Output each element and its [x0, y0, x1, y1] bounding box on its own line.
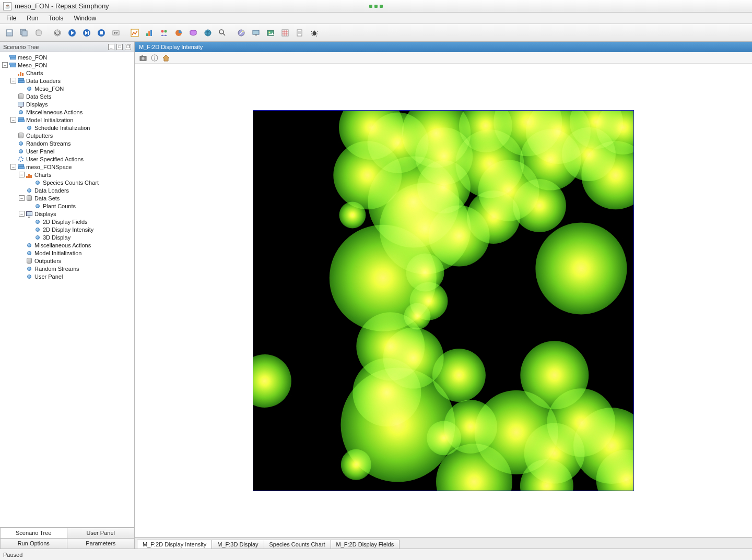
tree-node[interactable]: Schedule Initialization	[0, 124, 134, 132]
tree-node[interactable]: User Panel	[0, 147, 134, 155]
display-canvas-area[interactable]	[135, 64, 752, 537]
tree-node[interactable]: Data Sets	[0, 92, 134, 100]
tree-node[interactable]: Outputters	[0, 257, 134, 265]
page-button[interactable]	[293, 27, 306, 39]
tree-node-label: User Panel	[26, 148, 54, 154]
home-icon[interactable]	[162, 54, 170, 62]
tree-node[interactable]: Model Initialization	[0, 249, 134, 257]
database-button[interactable]	[32, 27, 45, 39]
dot-icon	[34, 218, 41, 225]
tree-node-label: Data Sets	[34, 195, 60, 201]
scenario-tree[interactable]: meso_FON−Meso_FONCharts−Data LoadersMeso…	[0, 52, 134, 527]
tree-node[interactable]: meso_FON	[0, 53, 134, 61]
tab-user-panel[interactable]: User Panel	[67, 528, 135, 539]
tree-node[interactable]: −Data Sets	[0, 194, 134, 202]
tree-spacer	[19, 258, 25, 264]
tree-node[interactable]: Miscellaneous Actions	[0, 241, 134, 249]
tree-node[interactable]: Miscellaneous Actions	[0, 108, 134, 116]
panel-maximize-icon[interactable]: □	[116, 44, 123, 50]
reset-button[interactable]	[51, 27, 64, 39]
bug-button[interactable]	[308, 27, 321, 39]
tree-node[interactable]: Species Counts Chart	[0, 178, 134, 186]
tab-parameters[interactable]: Parameters	[67, 538, 135, 549]
display-tab[interactable]: M_F:2D Display Fields	[331, 540, 400, 549]
tree-collapse-icon[interactable]: −	[19, 172, 25, 177]
tree-node[interactable]: Random Streams	[0, 265, 134, 272]
scenario-panel-title: Scenario Tree	[3, 44, 39, 50]
tree-node[interactable]: −Displays	[0, 210, 134, 218]
wizard-button[interactable]	[235, 27, 248, 39]
tree-node-label: Displays	[34, 211, 56, 217]
tree-node[interactable]: Charts	[0, 69, 134, 77]
2d-intensity-canvas[interactable]	[253, 110, 634, 491]
globe-button[interactable]	[202, 27, 214, 39]
tree-spacer	[27, 219, 33, 224]
pie-button[interactable]	[172, 27, 185, 39]
tree-node[interactable]: 2D Display Intensity	[0, 225, 134, 233]
play-button[interactable]	[66, 27, 78, 39]
tree-node[interactable]: Meso_FON	[0, 85, 134, 92]
tree-collapse-icon[interactable]: −	[10, 117, 16, 123]
tree-node-label: Model Initialization	[26, 117, 74, 123]
zoom-button[interactable]	[216, 27, 229, 39]
loop-button[interactable]	[95, 27, 108, 39]
tree-node[interactable]: −meso_FONSpace	[0, 163, 134, 171]
info-icon[interactable]: i	[150, 54, 159, 62]
save-button[interactable]	[3, 27, 16, 39]
panel-restore-icon[interactable]: ❐	[125, 44, 131, 50]
svg-rect-25	[255, 34, 257, 35]
tree-node[interactable]: Displays	[0, 100, 134, 108]
layers-icon	[9, 54, 16, 61]
tree-node-label: Species Counts Chart	[43, 180, 99, 186]
grid-button[interactable]	[279, 27, 291, 39]
display-tab[interactable]: Species Counts Chart	[264, 540, 331, 549]
tab-scenario-tree[interactable]: Scenario Tree	[0, 528, 67, 539]
tree-node-label: Outputters	[26, 133, 53, 139]
tree-collapse-icon[interactable]: −	[19, 211, 25, 217]
camera-icon[interactable]	[139, 54, 147, 62]
tree-collapse-icon[interactable]: −	[2, 62, 8, 68]
dot-icon	[17, 109, 25, 116]
menu-tools[interactable]: Tools	[44, 14, 67, 23]
panel-minimize-icon[interactable]: _	[108, 44, 114, 50]
tree-spacer	[27, 227, 33, 232]
tree-node[interactable]: −Meso_FON	[0, 61, 134, 69]
display-tab[interactable]: M_F:2D Display Intensity	[137, 540, 212, 549]
tree-node[interactable]: Data Loaders	[0, 186, 134, 194]
tree-spacer	[10, 109, 16, 115]
tree-node[interactable]: 3D Display	[0, 233, 134, 241]
save-all-button[interactable]	[18, 27, 30, 39]
display-tab[interactable]: M_F:3D Display	[212, 540, 264, 549]
tree-node[interactable]: −Data Loaders	[0, 77, 134, 85]
chart-line-button[interactable]	[128, 27, 141, 39]
display-button[interactable]	[250, 27, 262, 39]
menu-file[interactable]: File	[2, 14, 20, 23]
menu-run[interactable]: Run	[22, 14, 42, 23]
svg-rect-8	[88, 31, 89, 35]
intensity-blob	[512, 179, 566, 232]
menu-window[interactable]: Window	[69, 14, 100, 23]
tree-node[interactable]: Plant Counts	[0, 202, 134, 210]
tree-node[interactable]: User Panel	[0, 272, 134, 280]
svg-point-31	[314, 30, 315, 32]
tree-node[interactable]: 2D Display Fields	[0, 218, 134, 225]
svg-text:i: i	[154, 56, 155, 61]
intensity-blob	[459, 110, 512, 152]
chart-bar-button[interactable]	[143, 27, 156, 39]
step-button[interactable]	[80, 27, 93, 39]
tree-node[interactable]: −Model Initialization	[0, 116, 134, 124]
tree-node[interactable]: −Charts	[0, 171, 134, 178]
tree-node[interactable]: User Specified Actions	[0, 155, 134, 163]
tree-node[interactable]: Outputters	[0, 132, 134, 139]
intensity-blob	[526, 110, 591, 164]
tree-collapse-icon[interactable]: −	[19, 195, 25, 201]
tab-run-options[interactable]: Run Options	[0, 538, 67, 549]
tree-collapse-icon[interactable]: −	[10, 78, 16, 84]
people-button[interactable]	[158, 27, 170, 39]
drum-button[interactable]	[187, 27, 199, 39]
tree-collapse-icon[interactable]: −	[10, 164, 16, 170]
forward-button[interactable]	[110, 27, 122, 39]
tree-node[interactable]: Random Streams	[0, 139, 134, 147]
dot-icon	[34, 234, 41, 241]
picture-button[interactable]	[264, 27, 277, 39]
